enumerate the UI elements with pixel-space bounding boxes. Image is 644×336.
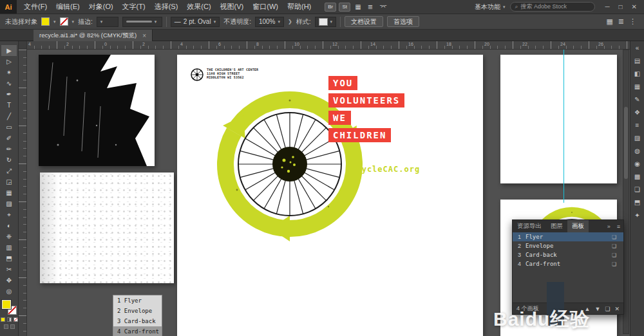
- artboards-panel-icon[interactable]: ⬒: [632, 197, 643, 208]
- brush-definition-dropdown[interactable]: ▾: [122, 17, 162, 27]
- toolbar-fill-swatch[interactable]: [2, 300, 11, 309]
- artboard-icon[interactable]: ❏: [612, 243, 623, 249]
- libraries-panel-icon[interactable]: ✦: [632, 210, 643, 221]
- share-icon[interactable]: ⌤: [377, 3, 389, 10]
- gradient-mode-button[interactable]: [7, 317, 12, 322]
- tab-asset-export[interactable]: 资源导出: [513, 220, 546, 232]
- ruler-corner[interactable]: [19, 41, 27, 50]
- label-children[interactable]: CHILDREN: [328, 128, 391, 142]
- magic-wand-tool[interactable]: ✶: [1, 67, 17, 78]
- gradient-tool[interactable]: ▨: [1, 198, 17, 209]
- tab-close-icon[interactable]: ×: [142, 32, 146, 39]
- graphic-style-dropdown[interactable]: ▾: [315, 17, 337, 27]
- stepper-dropdown-icon[interactable]: ▾: [100, 19, 103, 24]
- transform-panel-icon[interactable]: ▦: [606, 17, 612, 26]
- artboard-card-front[interactable]: [500, 55, 617, 183]
- graphic-styles-panel-icon[interactable]: ▩: [632, 171, 643, 182]
- mesh-tool[interactable]: ▦: [1, 187, 17, 198]
- brushes-panel-icon[interactable]: ✎: [632, 94, 643, 105]
- workspace-switcher[interactable]: 基本功能 ▾: [475, 3, 506, 12]
- panel-menu-icon[interactable]: ≡: [614, 220, 623, 232]
- grunge-artwork[interactable]: [39, 55, 155, 166]
- artboard-card-back[interactable]: [39, 55, 155, 166]
- stroke-weight-input[interactable]: ▾: [97, 17, 118, 27]
- document-tab[interactable]: recycle.ai1.ai* @ 82% (CMYK/预览) ×: [33, 30, 153, 41]
- minimize-button[interactable]: ─: [600, 0, 614, 14]
- artboard-icon[interactable]: ❏: [612, 261, 623, 267]
- delete-artboard-icon[interactable]: ✕: [614, 306, 620, 312]
- blend-tool[interactable]: ◐: [1, 220, 17, 231]
- swatches-panel-icon[interactable]: ▦: [632, 81, 643, 92]
- menu-select[interactable]: 选择(S): [150, 0, 183, 14]
- collapse-panels-icon[interactable]: «: [632, 42, 643, 53]
- bridge-button[interactable]: Br: [325, 3, 336, 12]
- shape-builder-tool[interactable]: ◲: [1, 176, 17, 187]
- gradient-panel-icon[interactable]: ▨: [632, 133, 643, 144]
- new-artboard-icon[interactable]: ❏: [605, 306, 610, 312]
- menu-help[interactable]: 帮助(H): [283, 0, 316, 14]
- app-logo-icon[interactable]: Ai: [0, 0, 17, 14]
- pen-tool[interactable]: ✒: [1, 89, 17, 100]
- artboard-row-envelope[interactable]: 2 Envelope ❏: [513, 241, 623, 250]
- close-button[interactable]: ✕: [627, 0, 641, 14]
- draw-mode-button[interactable]: [4, 324, 8, 329]
- pencil-tool[interactable]: ✏: [1, 144, 17, 154]
- panel-collapse-icon[interactable]: »: [604, 220, 614, 232]
- screen-mode-button[interactable]: [10, 324, 15, 329]
- color-guide-panel-icon[interactable]: ◧: [632, 68, 643, 79]
- layers-panel-icon[interactable]: ❏: [632, 184, 643, 195]
- stroke-panel-icon[interactable]: ≡: [632, 120, 643, 131]
- preferences-button[interactable]: 首选项: [387, 16, 419, 27]
- menu-window[interactable]: 窗口(W): [248, 0, 283, 14]
- stock-button[interactable]: St: [339, 3, 350, 12]
- eyedropper-tool[interactable]: ⌖: [1, 209, 17, 220]
- document-setup-button[interactable]: 文档设置: [345, 16, 383, 27]
- move-down-icon[interactable]: ▼: [594, 306, 600, 312]
- artboard-row-card-back[interactable]: 3 Card-back ❏: [513, 250, 623, 259]
- slice-tool[interactable]: ✂: [1, 264, 17, 275]
- lasso-tool[interactable]: ∿: [1, 78, 17, 89]
- zoom-tool[interactable]: ◎: [1, 286, 17, 297]
- adobe-stock-search-input[interactable]: ⌕ 搜索 Adobe Stock: [510, 2, 595, 12]
- tab-artboards[interactable]: 画板: [567, 220, 589, 232]
- opacity-panel-chevron[interactable]: ❯: [288, 19, 292, 24]
- menu-type[interactable]: 文字(T): [118, 0, 150, 14]
- transparency-panel-icon[interactable]: ◍: [632, 145, 643, 156]
- menu-effect[interactable]: 效果(C): [182, 0, 215, 14]
- vertical-ruler[interactable]: [19, 50, 27, 336]
- type-tool[interactable]: T: [1, 100, 17, 111]
- menu-file[interactable]: 文件(F): [19, 0, 52, 14]
- menu-view[interactable]: 视图(V): [216, 0, 249, 14]
- artboard-tool[interactable]: ⬒: [1, 253, 17, 264]
- hand-tool[interactable]: ✥: [1, 275, 17, 286]
- menu-edit[interactable]: 编辑(E): [52, 0, 84, 14]
- none-mode-button[interactable]: [14, 317, 18, 322]
- column-graph-tool[interactable]: ▥: [1, 242, 17, 253]
- line-segment-tool[interactable]: ╱: [1, 111, 17, 122]
- center-logo[interactable]: THE CHILDREN'S ART CENTER 1108 HIGH STRE…: [190, 68, 258, 82]
- variable-width-profile-dropdown[interactable]: — 2 pt. Oval ▾: [171, 17, 220, 27]
- layout-menu-icon[interactable]: ≣: [366, 3, 375, 10]
- restore-button[interactable]: □: [614, 0, 627, 14]
- horizontal-ruler[interactable]: 42 02 46 810 1214 1618 2022 2426: [19, 41, 630, 50]
- opacity-input[interactable]: 100% ▾: [255, 17, 284, 27]
- artboard-icon[interactable]: ❏: [612, 252, 623, 258]
- tab-layers[interactable]: 图层: [546, 220, 567, 232]
- scrollbar-thumb[interactable]: [624, 107, 628, 179]
- stroke-color-swatch[interactable]: [60, 17, 68, 26]
- artboard-option-card-back[interactable]: 3 Card-back: [113, 316, 162, 326]
- rectangle-tool[interactable]: ▭: [1, 122, 17, 133]
- paintbrush-tool[interactable]: ✐: [1, 133, 17, 144]
- fill-dropdown-icon[interactable]: ▾: [53, 19, 56, 24]
- label-volunteers[interactable]: VOLUNTEERS: [328, 93, 404, 107]
- label-you[interactable]: YOU: [328, 76, 357, 90]
- menu-object[interactable]: 对象(O): [84, 0, 118, 14]
- appearance-panel-icon[interactable]: ◉: [632, 158, 643, 169]
- color-mode-button[interactable]: [1, 317, 5, 322]
- artboard-envelope[interactable]: [40, 173, 174, 283]
- artboard-row-card-front[interactable]: 4 Card-front ❏: [513, 259, 623, 268]
- artboard-row-flyer[interactable]: 1 Flyer ❏: [513, 232, 623, 241]
- selection-tool[interactable]: ▶: [1, 45, 17, 56]
- label-we[interactable]: WE: [328, 111, 351, 125]
- artboard-icon[interactable]: ❏: [612, 234, 623, 240]
